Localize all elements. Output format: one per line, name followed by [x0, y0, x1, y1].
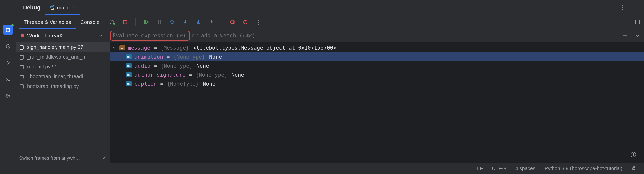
svg-rect-15	[123, 20, 127, 24]
tab-debug-label: Debug	[23, 4, 40, 11]
var-name: animation	[134, 54, 163, 60]
thread-selector[interactable]: WorkerThread2	[16, 29, 106, 42]
python-icon	[49, 5, 54, 10]
editor-tabs: Debug main ✕	[16, 0, 644, 15]
play-icon[interactable]	[3, 58, 13, 68]
svg-rect-48	[20, 85, 23, 89]
step-into-my-code-icon[interactable]	[194, 18, 203, 26]
rerun-icon[interactable]	[108, 18, 116, 26]
hex-icon[interactable]	[3, 41, 13, 51]
var-value: None	[230, 72, 244, 78]
collapse-icon[interactable]	[112, 45, 117, 51]
svg-point-12	[622, 9, 623, 10]
svg-point-34	[258, 24, 259, 25]
resume-icon[interactable]	[142, 18, 150, 26]
type-tag-icon: 01	[126, 72, 132, 77]
mute-breakpoints-icon[interactable]	[241, 18, 250, 26]
frame-row[interactable]: _bootstrap_inner, threadi	[16, 72, 110, 81]
frame-row[interactable]: sign_handler, main.py:37	[16, 42, 110, 52]
variable-row-root[interactable]: message = {Message} <telebot.types.Messa…	[110, 43, 644, 52]
var-type: {NoneType}	[196, 72, 227, 78]
chevron-down-icon	[99, 33, 103, 39]
var-name: author_signature	[134, 72, 185, 78]
svg-point-9	[53, 5, 55, 7]
close-icon[interactable]: ✕	[72, 5, 76, 10]
svg-rect-42	[20, 56, 23, 59]
svg-point-14	[113, 23, 115, 25]
evaluate-row: WorkerThread2 Evaluate expression (⏎) or…	[16, 29, 644, 42]
status-indent[interactable]: 4 spaces	[515, 166, 535, 171]
pause-icon[interactable]	[155, 18, 163, 26]
frame-icon	[19, 84, 25, 89]
variable-row[interactable]: 01 caption = {NoneType} None	[110, 79, 644, 89]
tip-bar: Switch frames from anywh… ✕	[16, 153, 110, 163]
frame-label: _bootstrap_inner, threadi	[27, 74, 83, 79]
svg-point-10	[622, 5, 623, 6]
status-bar: LF UTF-8 4 spaces Python 3.9 (horoscope-…	[0, 163, 644, 174]
tab-main-label: main	[57, 5, 68, 11]
minimize-icon[interactable]	[631, 4, 636, 11]
variable-row[interactable]: 01 audio = {NoneType} None	[110, 61, 644, 70]
frame-icon	[19, 74, 25, 79]
svg-marker-2	[7, 61, 10, 65]
left-toolbar	[0, 0, 16, 163]
kebab-icon[interactable]	[622, 4, 623, 11]
variable-row[interactable]: 01 animation = {NoneType} None	[110, 52, 644, 61]
subtab-console[interactable]: Console	[76, 15, 104, 29]
frame-row[interactable]: _run_middlewares_and_h	[16, 52, 110, 62]
svg-point-32	[258, 20, 259, 21]
terminal-icon[interactable]	[3, 74, 13, 84]
svg-rect-19	[160, 20, 161, 24]
evaluate-highlight: Evaluate expression (⏎)	[110, 31, 190, 41]
close-tip-icon[interactable]: ✕	[102, 155, 106, 161]
status-encoding[interactable]: UTF-8	[492, 166, 506, 171]
view-breakpoints-icon[interactable]	[228, 18, 237, 26]
debug-subtabs: Threads & Variables Console	[16, 15, 644, 29]
svg-point-6	[9, 96, 10, 97]
frame-icon	[19, 54, 25, 60]
frame-label: sign_handler, main.py:37	[27, 44, 83, 50]
var-type: {NoneType}	[173, 54, 205, 60]
step-into-icon[interactable]	[181, 18, 190, 26]
var-name: message	[128, 45, 150, 51]
status-eol[interactable]: LF	[477, 166, 483, 171]
svg-rect-40	[20, 46, 23, 50]
svg-point-4	[6, 94, 7, 95]
svg-marker-17	[146, 20, 148, 24]
svg-rect-35	[636, 20, 640, 24]
tab-debug[interactable]: Debug	[19, 0, 45, 15]
step-over-icon[interactable]	[168, 18, 176, 26]
svg-point-7	[51, 6, 52, 6]
expand-icon[interactable]	[631, 29, 644, 42]
var-name: caption	[134, 81, 157, 87]
frame-icon	[19, 45, 25, 50]
step-out-icon[interactable]	[207, 18, 216, 26]
svg-rect-46	[20, 75, 23, 79]
var-name: audio	[134, 63, 150, 69]
frame-row[interactable]: bootstrap, threading.py	[16, 81, 110, 91]
type-tag-icon: 01	[126, 54, 132, 59]
more-icon[interactable]	[254, 18, 263, 26]
frame-row[interactable]: run, util.py:91	[16, 62, 110, 72]
error-icon[interactable]	[630, 152, 636, 159]
stop-icon[interactable]	[121, 18, 129, 26]
variable-row[interactable]: 01 author_signature = {NoneType} None	[110, 70, 644, 79]
layout-settings-icon[interactable]	[631, 15, 644, 29]
type-tag-icon: 01	[126, 81, 132, 86]
status-interpreter[interactable]: Python 3.9 (horoscope-bot-tutorial)	[545, 166, 622, 171]
evaluate-expression-input[interactable]: Evaluate expression (⏎) or add a watch (…	[106, 29, 619, 42]
tab-main[interactable]: main ✕	[45, 0, 80, 15]
tip-text: Switch frames from anywh…	[19, 155, 80, 161]
lock-icon[interactable]	[631, 165, 636, 172]
var-value: None	[195, 63, 209, 69]
add-watch-icon[interactable]	[619, 29, 631, 42]
svg-point-0	[7, 28, 10, 31]
var-type: {NoneType}	[161, 63, 192, 69]
thread-status-dot	[21, 34, 24, 37]
bug-icon[interactable]	[3, 25, 13, 35]
subtab-threads-variables[interactable]: Threads & Variables	[19, 15, 76, 29]
thread-name: WorkerThread2	[27, 33, 64, 39]
var-type: {NoneType}	[167, 81, 199, 87]
svg-point-5	[6, 97, 7, 98]
git-icon[interactable]	[3, 91, 13, 101]
